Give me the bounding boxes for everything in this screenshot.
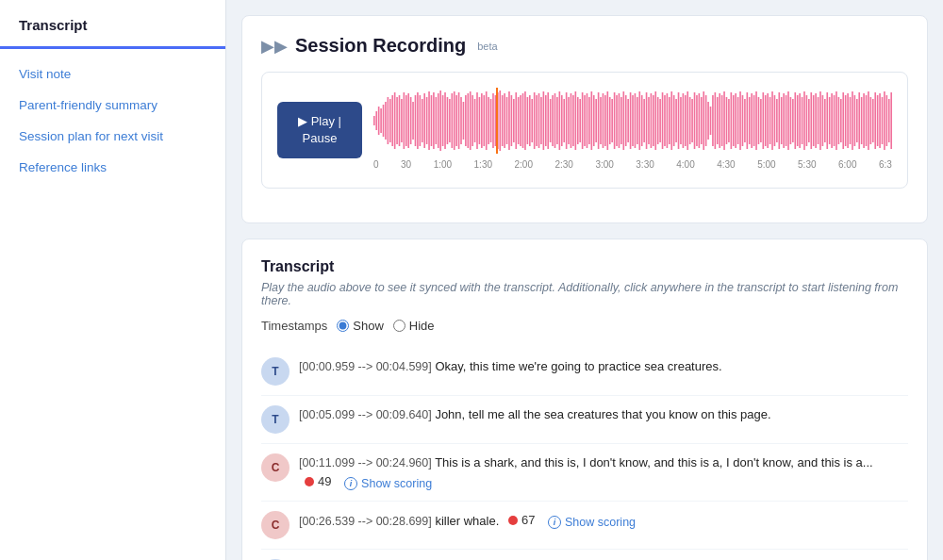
svg-rect-88 [575,91,577,150]
svg-rect-105 [614,92,616,149]
svg-rect-210 [854,95,856,146]
sidebar-item-session-plan[interactable]: Session plan for next visit [0,121,225,152]
svg-rect-90 [579,99,581,142]
svg-rect-35 [454,91,455,150]
svg-rect-12 [401,99,403,142]
svg-rect-149 [715,92,717,149]
svg-rect-209 [852,91,853,150]
timeline-mark: 3:30 [636,159,653,170]
svg-rect-108 [620,97,622,144]
entry-content: [00:05.099 --> 00:09.640] John, tell me … [299,405,908,424]
avatar: T [261,357,290,386]
svg-rect-175 [774,95,776,146]
svg-rect-96 [593,95,595,146]
svg-rect-200 [831,93,833,148]
svg-rect-143 [701,97,703,144]
svg-rect-155 [728,99,730,142]
svg-rect-85 [568,97,570,144]
svg-rect-197 [824,99,826,142]
svg-rect-217 [870,97,872,144]
svg-rect-190 [808,99,810,142]
svg-rect-18 [415,95,417,146]
recording-card: ▶▶ Session Recording beta ▶ Play |Pause [241,15,928,223]
svg-rect-205 [842,92,844,149]
svg-rect-117 [641,95,643,146]
timeline-mark: 5:30 [798,159,816,170]
svg-rect-166 [753,95,755,146]
svg-rect-40 [465,95,467,146]
svg-rect-38 [460,97,462,144]
sidebar-item-visit-note[interactable]: Visit note [0,58,225,90]
svg-rect-153 [723,91,725,150]
svg-rect-199 [829,97,831,144]
show-scoring-button[interactable]: i Show scoring [548,516,636,529]
svg-rect-127 [664,95,666,146]
svg-rect-101 [604,95,606,146]
svg-rect-43 [472,95,473,146]
svg-rect-44 [474,99,476,142]
timestamps-hide-label: Hide [409,319,435,333]
timestamps-show-label: Show [353,319,384,333]
svg-rect-187 [802,97,803,144]
svg-rect-173 [769,97,771,144]
svg-rect-92 [584,95,586,146]
timeline-mark: 2:30 [554,159,572,170]
transcript-subtitle: Play the audio above to see it synced wi… [261,281,908,307]
avatar: C [261,453,290,482]
svg-rect-4 [383,105,385,137]
svg-rect-9 [394,92,396,149]
play-pause-button[interactable]: ▶ Play |Pause [277,102,362,158]
svg-rect-106 [616,95,618,146]
timeline-mark: 2:00 [515,159,533,170]
svg-rect-23 [426,97,428,144]
sidebar-item-reference-links[interactable]: Reference links [0,152,225,183]
svg-rect-162 [744,99,746,142]
svg-rect-181 [787,91,789,150]
svg-rect-22 [423,93,425,148]
svg-rect-150 [717,97,719,144]
svg-rect-212 [858,92,860,149]
main-content: ▶▶ Session Recording beta ▶ Play |Pause [226,0,943,560]
timestamps-hide-radio[interactable]: Hide [393,319,435,333]
svg-rect-94 [588,97,590,144]
svg-rect-193 [815,93,817,148]
svg-rect-52 [492,93,494,148]
transcript-section: Transcript Play the audio above to see i… [241,239,928,560]
svg-rect-118 [643,99,645,142]
svg-rect-129 [669,97,670,144]
timeline-mark: 30 [401,159,411,170]
svg-rect-2 [378,107,380,135]
entry-timestamp: [00:00.959 --> 00:04.599] [299,360,432,373]
svg-rect-78 [552,95,554,146]
svg-rect-21 [422,99,423,142]
timeline-mark: 4:30 [717,159,735,170]
svg-rect-120 [648,97,650,144]
avatar: C [261,511,290,539]
timeline-mark: 0 [373,159,379,170]
svg-rect-93 [587,93,588,148]
svg-rect-169 [760,99,762,142]
timestamps-show-radio[interactable]: Show [337,319,384,333]
svg-rect-111 [627,99,629,142]
svg-rect-59 [508,91,510,150]
svg-rect-65 [522,93,524,148]
score-dot-red [508,516,518,525]
svg-rect-61 [513,99,515,142]
svg-rect-60 [511,95,513,146]
svg-rect-158 [735,93,736,148]
svg-rect-185 [797,95,799,146]
svg-rect-216 [868,91,869,150]
svg-rect-124 [657,97,659,144]
show-scoring-button[interactable]: i Show scoring [344,477,432,490]
svg-rect-126 [662,92,664,149]
svg-rect-103 [609,97,611,144]
audio-player: ▶ Play |Pause [261,72,908,189]
sidebar-nav: Visit note Parent-friendly summary Sessi… [0,49,225,192]
svg-rect-37 [458,92,460,149]
svg-rect-104 [611,99,613,142]
svg-rect-107 [619,93,620,148]
svg-rect-145 [705,95,707,146]
waveform-container[interactable]: 0 30 1:00 1:30 2:00 2:30 3:00 3:30 4:00 … [373,88,892,173]
sidebar-item-parent-summary[interactable]: Parent-friendly summary [0,90,225,121]
svg-rect-222 [882,97,884,144]
